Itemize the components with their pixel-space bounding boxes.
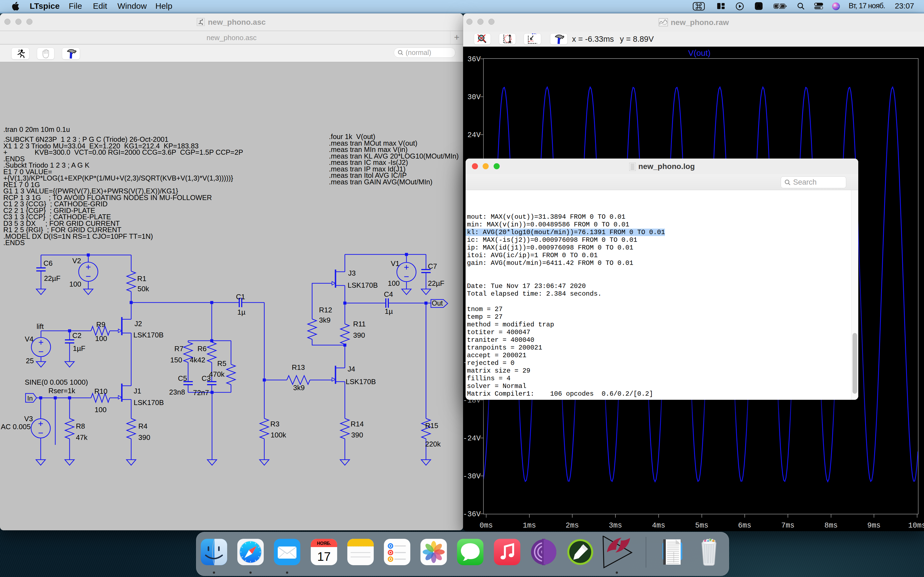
svg-text:10ms: 10ms [908, 522, 924, 530]
svg-text:50k: 50k [137, 285, 149, 293]
svg-text:C7: C7 [428, 262, 437, 270]
svg-text:V4: V4 [25, 335, 34, 343]
svg-text:3ms: 3ms [609, 522, 622, 530]
svg-text:C2: C2 [72, 331, 81, 340]
svg-text:-30V: -30V [463, 472, 481, 480]
svg-text:4ms: 4ms [652, 522, 666, 530]
svg-text:220k: 220k [425, 440, 441, 448]
svg-text:7ms: 7ms [781, 522, 795, 530]
svg-text:LSK170B: LSK170B [346, 377, 376, 386]
svg-text:R12: R12 [319, 306, 332, 314]
svg-text:1µ: 1µ [237, 308, 245, 316]
svg-text:R3: R3 [270, 420, 279, 428]
svg-text:.meas tran GAIN AVG(MOut/MIn): .meas tran GAIN AVG(MOut/MIn) [329, 178, 432, 186]
svg-text:J3: J3 [348, 269, 355, 277]
svg-text:R1: R1 [137, 274, 146, 283]
svg-text:5ms: 5ms [695, 522, 709, 530]
svg-text:V3: V3 [24, 414, 33, 423]
svg-text:100k: 100k [271, 431, 286, 439]
svg-text:R8: R8 [76, 422, 85, 430]
svg-text:V2: V2 [72, 256, 81, 265]
svg-text:100: 100 [388, 279, 400, 287]
svg-text:AC 0.005: AC 0.005 [1, 422, 31, 431]
svg-text:6ms: 6ms [738, 522, 751, 530]
svg-text:R14: R14 [351, 420, 364, 428]
svg-text:390: 390 [353, 331, 365, 339]
svg-text:R7: R7 [174, 345, 183, 353]
svg-text:3k9: 3k9 [319, 316, 331, 324]
svg-text:470k: 470k [209, 370, 225, 378]
svg-text:C3: C3 [202, 374, 211, 382]
svg-text:-36V: -36V [463, 510, 481, 519]
svg-text:.ENDS: .ENDS [3, 239, 25, 247]
svg-text:1µF: 1µF [73, 344, 85, 353]
svg-text:LSK170B: LSK170B [134, 398, 164, 407]
svg-text:R9: R9 [96, 321, 105, 329]
svg-text:C6: C6 [44, 259, 53, 268]
svg-text:V1: V1 [391, 259, 400, 268]
svg-text:2ms: 2ms [566, 522, 579, 530]
svg-text:150: 150 [170, 356, 182, 364]
svg-text:47k: 47k [76, 433, 88, 442]
svg-text:23n8: 23n8 [169, 388, 185, 396]
svg-text:36V: 36V [467, 55, 481, 63]
svg-text:8ms: 8ms [824, 522, 838, 530]
svg-text:R5: R5 [217, 359, 226, 367]
svg-text:SINE(0 0.005 1000): SINE(0 0.005 1000) [25, 378, 88, 386]
svg-text:25: 25 [26, 357, 34, 365]
svg-text:3k9: 3k9 [293, 384, 305, 392]
svg-text:J4: J4 [347, 365, 355, 373]
svg-text:9ms: 9ms [867, 522, 881, 530]
svg-text:24V: 24V [467, 131, 481, 139]
svg-text:R6: R6 [197, 345, 207, 353]
svg-text:J1: J1 [134, 387, 141, 395]
svg-text:R4: R4 [138, 422, 147, 430]
svg-text:J2: J2 [134, 319, 142, 328]
svg-text:R13: R13 [292, 363, 305, 371]
svg-text:C1: C1 [236, 293, 245, 301]
svg-text:17: 17 [317, 550, 331, 563]
svg-text:0ms: 0ms [480, 522, 493, 530]
svg-text:НОЯБ.: НОЯБ. [317, 541, 331, 546]
svg-text:30V: 30V [467, 93, 481, 102]
svg-text:R15: R15 [425, 421, 438, 430]
svg-text:100: 100 [95, 406, 107, 414]
svg-text:R11: R11 [353, 320, 366, 328]
svg-text:22µF: 22µF [44, 274, 60, 282]
svg-text:Rser=1k: Rser=1k [48, 387, 76, 395]
svg-text:Out: Out [432, 299, 443, 307]
svg-text:1µ: 1µ [385, 307, 393, 316]
svg-text:LSK170B: LSK170B [347, 281, 378, 289]
svg-text:In: In [27, 395, 33, 402]
svg-text:22µF: 22µF [428, 279, 444, 287]
svg-text:lift: lift [37, 322, 44, 330]
svg-text:A: A [757, 3, 761, 9]
svg-text:72n7: 72n7 [193, 388, 209, 397]
svg-text:V(out): V(out) [688, 48, 711, 57]
svg-text:100: 100 [69, 280, 81, 288]
svg-text:LSK170B: LSK170B [133, 331, 164, 339]
svg-text:.MODEL DX D(IS=1N RS=1 CJO=10P: .MODEL DX D(IS=1N RS=1 CJO=10PF TT=1N) [3, 232, 153, 240]
svg-text:390: 390 [138, 433, 150, 442]
svg-text:390: 390 [351, 431, 363, 439]
svg-text:C4: C4 [384, 290, 393, 298]
svg-text:C5: C5 [178, 374, 187, 382]
svg-text:+ KVB=300.0 VCT=: + KVB=300.0 VCT=0.00 RGI=2000 CCG=3.6P C… [3, 148, 243, 156]
svg-text:-24V: -24V [463, 434, 481, 443]
svg-text:100: 100 [95, 334, 107, 343]
svg-text:4k42: 4k42 [190, 356, 205, 364]
svg-text:1ms: 1ms [523, 522, 536, 530]
svg-text:R10: R10 [94, 387, 108, 395]
svg-text:.tran 0 20m 10m 0.1u: .tran 0 20m 10m 0.1u [3, 126, 70, 133]
